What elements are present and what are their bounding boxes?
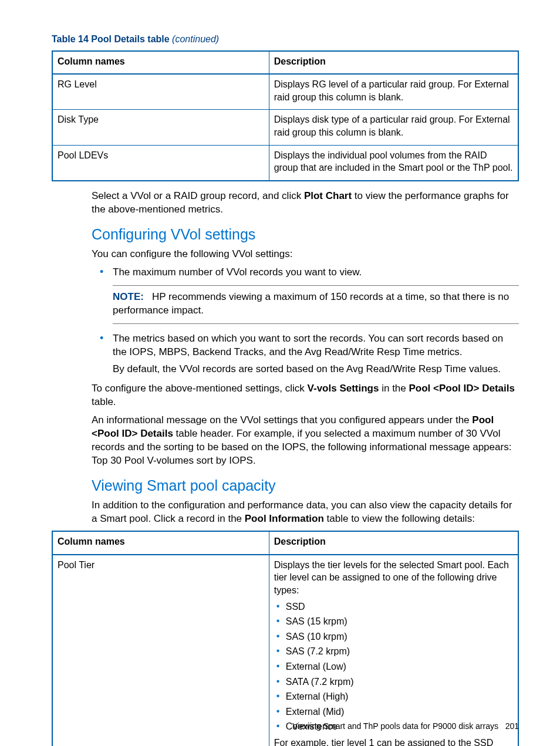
bold-pool-id-details: Pool <Pool ID> Details <box>409 383 515 394</box>
col-header-desc: Description <box>269 531 518 555</box>
bold-vvols-settings: V-vols Settings <box>308 383 379 394</box>
cell-name: Disk Type <box>52 110 269 145</box>
cell-desc: Displays the tier levels for the selecte… <box>269 555 518 746</box>
cell-desc: Displays RG level of a particular raid g… <box>269 74 518 110</box>
list-item: SSD <box>286 600 513 613</box>
bold-pool-information: Pool Information <box>245 513 324 524</box>
col-header-desc: Description <box>269 51 518 75</box>
para-vvols-settings: To configure the above-mentioned setting… <box>92 382 519 409</box>
list-item: SATA (7.2 krpm) <box>286 676 513 688</box>
li-text: The metrics based on which you want to s… <box>113 332 519 359</box>
list-item: External (Low) <box>286 660 513 673</box>
cell-name: Pool LDEVs <box>52 145 269 181</box>
list-item: SAS (10 krpm) <box>286 630 513 643</box>
heading-configuring-vvol: Configuring VVol settings <box>92 225 519 245</box>
cell-desc: Displays the individual pool volumes fro… <box>269 145 518 181</box>
table-caption: Table 14 Pool Details table (continued) <box>52 33 519 46</box>
note-block: NOTE: HP recommends viewing a maximum of… <box>113 285 519 324</box>
list-item: The metrics based on which you want to s… <box>113 332 519 376</box>
smart-pool-table: Column names Description Pool Tier Displ… <box>52 531 519 746</box>
list-item: External (High) <box>286 690 513 703</box>
note-label: NOTE: <box>113 291 144 302</box>
list-item: External (Mid) <box>286 706 513 718</box>
bold-plot-chart: Plot Chart <box>304 190 352 201</box>
cell-name: Pool Tier <box>52 555 269 746</box>
table-row: Pool LDEVs Displays the individual pool … <box>52 145 518 181</box>
footer-text: Viewing Smart and ThP pools data for P90… <box>292 721 498 731</box>
list-item: The maximum number of VVol records you w… <box>113 266 519 324</box>
page-footer: Viewing Smart and ThP pools data for P90… <box>292 721 519 732</box>
list-item: SAS (7.2 krpm) <box>286 645 513 658</box>
drive-type-list: SSD SAS (15 krpm) SAS (10 krpm) SAS (7.2… <box>274 600 513 733</box>
col-header-name: Column names <box>52 51 269 75</box>
para-intro: You can configure the following VVol set… <box>92 248 519 261</box>
table-row: Disk Type Displays disk type of a partic… <box>52 110 518 145</box>
pool-details-table: Column names Description RG Level Displa… <box>52 50 519 181</box>
desc-outro: For example, tier level 1 can be assigne… <box>274 737 513 746</box>
caption-prefix: Table 14 Pool Details table <box>52 34 172 44</box>
para-info-message: An informational message on the VVol set… <box>92 414 519 468</box>
caption-continued: (continued) <box>172 34 219 44</box>
list-item: SAS (15 krpm) <box>286 615 513 628</box>
col-header-name: Column names <box>52 531 269 555</box>
li-text: The maximum number of VVol records you w… <box>113 266 519 279</box>
bullet-list: The maximum number of VVol records you w… <box>92 266 519 376</box>
para-plot-chart: Select a VVol or a RAID group record, an… <box>92 190 519 217</box>
li-text: By default, the VVol records are sorted … <box>113 363 519 376</box>
cell-desc: Displays disk type of a particular raid … <box>269 110 518 145</box>
para-smart-intro: In addition to the configuration and per… <box>92 499 519 526</box>
table-row: Pool Tier Displays the tier levels for t… <box>52 555 518 746</box>
table-row: RG Level Displays RG level of a particul… <box>52 74 518 110</box>
note-text: HP recommends viewing a maximum of 150 r… <box>113 291 509 316</box>
heading-viewing-smart: Viewing Smart pool capacity <box>92 476 519 496</box>
desc-intro: Displays the tier levels for the selecte… <box>274 559 513 597</box>
footer-page: 201 <box>505 721 519 731</box>
cell-name: RG Level <box>52 74 269 110</box>
